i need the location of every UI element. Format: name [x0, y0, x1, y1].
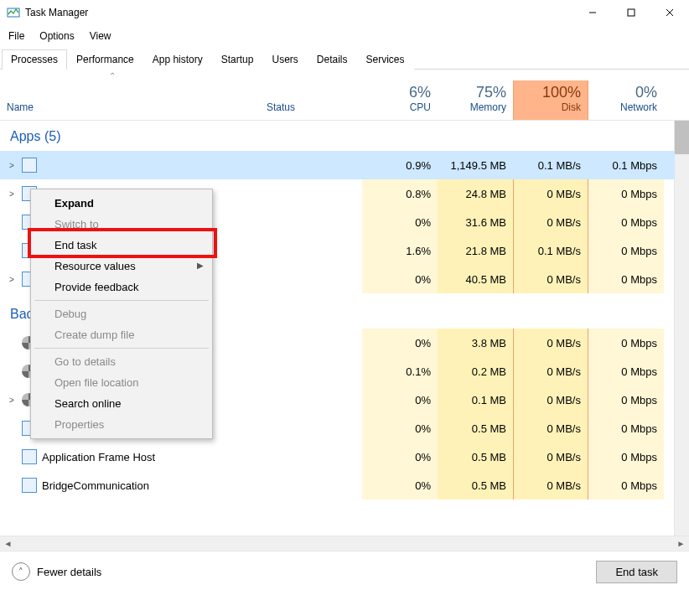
- cpu-cell: 1.6%: [362, 236, 438, 265]
- process-status-cell: [260, 443, 362, 471]
- tab-performance[interactable]: Performance: [67, 49, 143, 70]
- disk-cell: 0 MB/s: [513, 443, 588, 471]
- column-network[interactable]: 0% Network: [588, 80, 664, 120]
- network-cell: 0 Mbps: [588, 236, 664, 265]
- network-label: Network: [620, 101, 657, 113]
- column-name[interactable]: Name: [0, 98, 260, 120]
- memory-cell-value: 0.5 MB: [472, 479, 506, 492]
- process-name-cell[interactable]: BridgeCommunication: [0, 471, 260, 500]
- expand-caret-icon[interactable]: >: [7, 275, 17, 284]
- memory-label: Memory: [470, 101, 506, 113]
- memory-cell: 1,149.5 MB: [438, 151, 513, 179]
- disk-cell: 0 MB/s: [513, 414, 588, 443]
- memory-cell: 0.5 MB: [438, 414, 513, 443]
- ctx-search-online[interactable]: Search online: [33, 393, 210, 414]
- disk-cell: 0 MB/s: [513, 208, 588, 236]
- disk-cell: 0 MB/s: [513, 357, 588, 386]
- network-cell-value: 0 Mbps: [621, 337, 657, 349]
- ctx-resource-values[interactable]: Resource values ▶: [33, 256, 210, 277]
- disk-cell-value: 0 MB/s: [547, 422, 581, 435]
- expand-caret-icon[interactable]: >: [7, 189, 17, 199]
- app-icon: [22, 449, 37, 464]
- tab-app-history[interactable]: App history: [143, 49, 212, 70]
- titlebar: Task Manager: [0, 0, 689, 25]
- column-disk[interactable]: 100% Disk: [513, 80, 588, 120]
- expand-caret-icon[interactable]: >: [7, 161, 17, 170]
- memory-cell-value: 1,149.5 MB: [451, 159, 507, 172]
- ctx-provide-feedback[interactable]: Provide feedback: [33, 277, 210, 298]
- cpu-cell-value: 0%: [415, 422, 431, 435]
- ctx-expand[interactable]: Expand: [33, 193, 210, 214]
- tab-startup[interactable]: Startup: [212, 49, 263, 70]
- expand-caret-icon[interactable]: >: [7, 396, 17, 405]
- disk-usage-percent: 100%: [521, 84, 581, 101]
- process-status-cell: [260, 151, 362, 179]
- chevron-right-icon: ▶: [197, 261, 204, 270]
- disk-cell-value: 0 MB/s: [547, 365, 581, 378]
- close-button[interactable]: [650, 0, 689, 25]
- menu-file[interactable]: File: [7, 28, 26, 44]
- cpu-cell-value: 0.1%: [406, 365, 431, 378]
- cpu-cell-value: 1.6%: [406, 245, 431, 257]
- process-name: BridgeCommunication: [42, 479, 149, 492]
- app-icon: [22, 158, 37, 173]
- column-header-row: ⌃ Name Status 6% CPU 75% Memory 100% Dis…: [0, 70, 689, 121]
- maximize-button[interactable]: [612, 0, 650, 25]
- app-icon: [22, 478, 37, 493]
- process-status-cell: [260, 265, 362, 293]
- group-header-apps[interactable]: Apps (5): [0, 121, 372, 151]
- cpu-cell: 0%: [362, 265, 438, 293]
- cpu-cell-value: 0%: [415, 216, 431, 229]
- process-status-cell: [260, 179, 362, 208]
- network-cell: 0 Mbps: [588, 208, 664, 236]
- menu-view[interactable]: View: [88, 28, 113, 44]
- network-cell-value: 0 Mbps: [621, 479, 657, 492]
- column-memory[interactable]: 75% Memory: [438, 80, 513, 120]
- cpu-usage-percent: 6%: [369, 84, 431, 101]
- task-manager-icon: [7, 6, 20, 19]
- tab-processes[interactable]: Processes: [2, 49, 67, 70]
- disk-label: Disk: [562, 101, 581, 113]
- vertical-scroll-thumb[interactable]: [675, 121, 689, 154]
- process-name-cell[interactable]: Application Frame Host: [0, 443, 260, 471]
- network-cell: 0 Mbps: [588, 471, 664, 500]
- network-cell: 0 Mbps: [588, 386, 664, 414]
- scroll-left-icon[interactable]: ◄: [2, 539, 14, 548]
- network-cell: 0 Mbps: [588, 443, 664, 471]
- tab-details[interactable]: Details: [308, 49, 357, 70]
- process-status-cell: [260, 386, 362, 414]
- table-row[interactable]: >0.9%1,149.5 MB0.1 MB/s0.1 Mbps: [0, 151, 675, 179]
- menu-options[interactable]: Options: [38, 28, 75, 44]
- column-status[interactable]: Status: [260, 98, 362, 120]
- vertical-scrollbar[interactable]: [674, 121, 689, 536]
- cpu-cell: 0.8%: [362, 179, 438, 208]
- scroll-right-icon[interactable]: ►: [675, 539, 687, 548]
- network-cell: 0 Mbps: [588, 265, 664, 293]
- tab-services[interactable]: Services: [357, 49, 414, 70]
- tab-users[interactable]: Users: [262, 49, 307, 70]
- window-title: Task Manager: [25, 7, 88, 18]
- sort-indicator-icon: ⌃: [109, 71, 116, 80]
- cpu-cell-value: 0.8%: [406, 188, 431, 200]
- fewer-details-toggle[interactable]: ˄ Fewer details: [12, 562, 101, 581]
- process-name-cell[interactable]: >: [0, 151, 260, 179]
- disk-cell-value: 0.1 MB/s: [538, 245, 581, 257]
- disk-cell-value: 0 MB/s: [547, 479, 581, 492]
- cpu-cell: 0%: [362, 208, 438, 236]
- table-row[interactable]: BridgeCommunication0%0.5 MB0 MB/s0 Mbps: [0, 471, 675, 500]
- svg-rect-2: [628, 9, 635, 16]
- horizontal-scrollbar[interactable]: ◄ ►: [0, 536, 689, 551]
- ctx-end-task[interactable]: End task: [33, 235, 210, 256]
- memory-cell: 0.5 MB: [438, 471, 513, 500]
- column-cpu[interactable]: 6% CPU: [362, 80, 438, 120]
- cpu-cell: 0%: [362, 329, 438, 357]
- process-status-cell: [260, 471, 362, 500]
- memory-cell-value: 24.8 MB: [466, 188, 506, 200]
- end-task-button[interactable]: End task: [596, 561, 677, 583]
- network-cell-value: 0 Mbps: [621, 216, 657, 229]
- table-row[interactable]: Application Frame Host0%0.5 MB0 MB/s0 Mb…: [0, 443, 675, 471]
- memory-cell-value: 3.8 MB: [472, 337, 506, 349]
- network-cell: 0 Mbps: [588, 179, 664, 208]
- ctx-properties: Properties: [33, 414, 210, 435]
- minimize-button[interactable]: [573, 0, 612, 25]
